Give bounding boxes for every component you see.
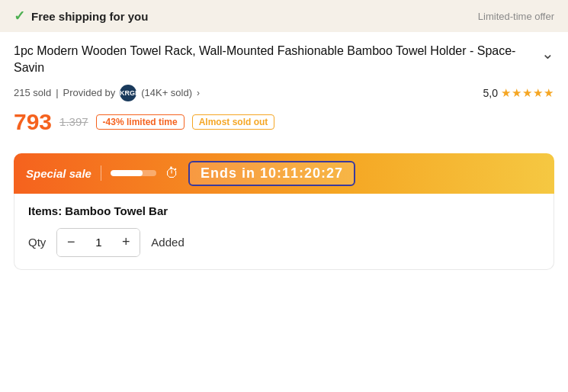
meta-row: 215 sold | Provided by KRGI (14K+ sold) …: [14, 85, 554, 101]
qty-controls: − 1 +: [56, 228, 140, 257]
sold-count: 215 sold: [14, 87, 51, 98]
price-old: 1.397: [59, 115, 88, 128]
countdown-timer: Ends in 10:11:20:27: [188, 161, 355, 186]
free-shipping-label: Free shipping for you: [31, 10, 148, 23]
rating-value: 5,0: [483, 87, 498, 99]
sold-out-badge: Almost sold out: [192, 114, 275, 130]
sale-label: Special sale: [26, 167, 91, 180]
qty-label: Qty: [28, 236, 46, 249]
provider-code: KRGI: [120, 89, 137, 97]
stars-icon: ★★★★★: [501, 86, 554, 100]
provided-by-label: Provided by: [63, 87, 116, 98]
checkmark-icon: ✓: [14, 8, 25, 24]
qty-row: Qty − 1 + Added: [28, 228, 540, 257]
sale-banner: Special sale ⏱ Ends in 10:11:20:27: [14, 153, 554, 194]
sale-divider: [101, 165, 101, 181]
price-current: 793: [14, 109, 52, 135]
product-title: 1pc Modern Wooden Towel Rack, Wall-Mount…: [14, 43, 534, 77]
rating-block: 5,0 ★★★★★: [483, 86, 554, 100]
added-label: Added: [151, 236, 184, 249]
product-section: 1pc Modern Wooden Towel Rack, Wall-Mount…: [0, 32, 568, 153]
items-label: Items: Bamboo Towel Bar: [28, 204, 540, 217]
expand-icon[interactable]: ⌄: [541, 44, 554, 63]
provider-chevron-icon[interactable]: ›: [197, 88, 200, 98]
provider-sales: (14K+ sold): [141, 87, 192, 98]
clock-icon: ⏱: [165, 165, 179, 182]
qty-increase-button[interactable]: +: [112, 229, 140, 256]
meta-left: 215 sold | Provided by KRGI (14K+ sold) …: [14, 85, 200, 101]
qty-decrease-button[interactable]: −: [57, 229, 85, 256]
items-section: Items: Bamboo Towel Bar Qty − 1 + Added: [14, 194, 554, 270]
shipping-left: ✓ Free shipping for you: [14, 8, 148, 24]
shipping-bar: ✓ Free shipping for you Limited-time off…: [0, 0, 568, 32]
sale-progress-fill: [111, 170, 143, 176]
discount-badge: -43% limited time: [96, 114, 185, 130]
price-row: 793 1.397 -43% limited time Almost sold …: [14, 109, 554, 135]
sale-container: Special sale ⏱ Ends in 10:11:20:27 Items…: [14, 153, 554, 270]
qty-value: 1: [85, 236, 112, 249]
sale-progress-bar: [111, 170, 156, 176]
provider-logo[interactable]: KRGI: [120, 85, 136, 101]
limited-offer-label: Limited-time offer: [478, 11, 554, 22]
separator: |: [56, 87, 58, 98]
product-title-row: 1pc Modern Wooden Towel Rack, Wall-Mount…: [14, 43, 554, 77]
